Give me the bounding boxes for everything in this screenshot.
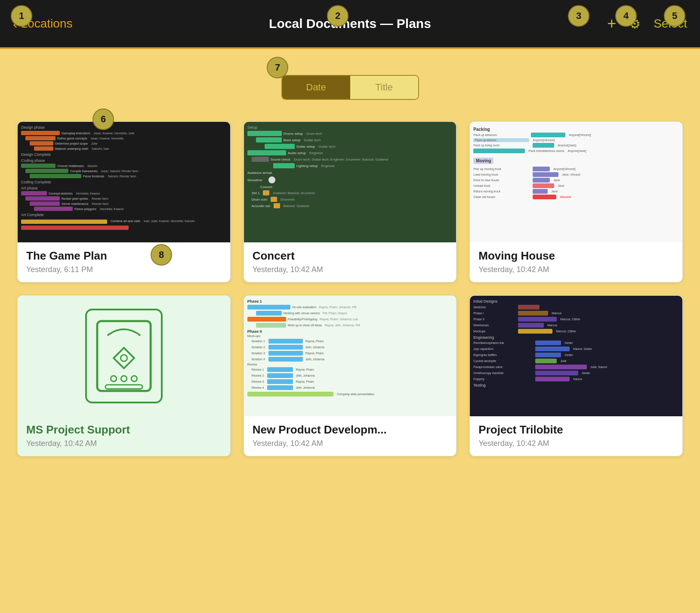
card-preview-new-product: Phase 1 On-site evaluation Rayna; Pham; …: [244, 296, 456, 416]
ms-project-icon: [94, 319, 154, 393]
card-date-moving-house: Yesterday, 10:42 AM: [478, 265, 674, 274]
svg-marker-1: [114, 348, 134, 368]
card-moving-house[interactable]: Packing Pack up bedroom Anyone[Vincent] …: [469, 121, 683, 282]
card-date-trilobite: Yesterday, 10:42 AM: [478, 439, 674, 448]
badge-4: 4: [615, 5, 637, 27]
card-concert[interactable]: Setup Drums setup Drum tech Bass setup G…: [244, 121, 457, 282]
card-title-ms-project: MS Project Support: [26, 423, 222, 437]
badge-5: 5: [664, 5, 685, 27]
svg-point-2: [120, 355, 127, 361]
badge-6: 6: [93, 108, 114, 130]
sort-bar-wrapper: 7 Date Title: [0, 49, 700, 113]
card-title-concert: Concert: [253, 249, 448, 263]
card-preview-ms-project: [18, 296, 230, 416]
add-button[interactable]: +: [607, 15, 616, 33]
header: 1 2 3 4 5 ‹ Locations Local Documents — …: [0, 0, 700, 47]
badge-3: 3: [568, 5, 589, 27]
card-preview-game-plan: Design phase Gameplay brainstormIsaac; K…: [18, 122, 230, 242]
card-date-game-plan: Yesterday, 6:11 PM: [26, 265, 222, 274]
card-title-game-plan: The Game Plan: [26, 249, 222, 263]
card-preview-moving-house: Packing Pack up bedroom Anyone[Vincent] …: [470, 122, 682, 242]
badge-1: 1: [11, 5, 32, 27]
card-trilobite[interactable]: Initial Designs Sketches Phase I Marcus …: [469, 295, 683, 456]
card-info-moving-house: Moving House Yesterday, 10:42 AM: [470, 242, 682, 282]
card-info-ms-project: MS Project Support Yesterday, 10:42 AM: [18, 416, 230, 456]
svg-point-4: [121, 376, 126, 381]
sort-title-button[interactable]: Title: [350, 76, 418, 99]
card-title-new-product: New Product Developm...: [253, 423, 448, 437]
card-date-new-product: Yesterday, 10:42 AM: [253, 439, 448, 448]
sort-date-button[interactable]: Date: [282, 76, 350, 99]
card-date-ms-project: Yesterday, 10:42 AM: [26, 439, 222, 448]
card-preview-concert: Setup Drums setup Drum tech Bass setup G…: [244, 122, 456, 242]
card-info-game-plan: The Game Plan Yesterday, 6:11 PM: [18, 242, 230, 282]
card-date-concert: Yesterday, 10:42 AM: [253, 265, 448, 274]
card-new-product[interactable]: Phase 1 On-site evaluation Rayna; Pham; …: [244, 295, 457, 456]
cards-grid: 6 8 Design phase Gameplay brainstormIsaa…: [0, 113, 700, 474]
card-game-plan[interactable]: Design phase Gameplay brainstormIsaac; K…: [17, 121, 231, 282]
svg-rect-0: [97, 321, 151, 391]
svg-rect-6: [105, 385, 142, 389]
sort-bar: Date Title: [281, 75, 419, 100]
card-info-new-product: New Product Developm... Yesterday, 10:42…: [244, 416, 456, 456]
badge-2: 2: [327, 5, 348, 27]
card-info-trilobite: Project Trilobite Yesterday, 10:42 AM: [470, 416, 682, 456]
card-ms-project[interactable]: MS Project Support Yesterday, 10:42 AM: [17, 295, 231, 456]
page-title: Local Documents — Plans: [269, 16, 431, 31]
card-preview-trilobite: Initial Designs Sketches Phase I Marcus …: [470, 296, 682, 416]
svg-point-5: [131, 376, 137, 381]
card-title-moving-house: Moving House: [478, 249, 674, 263]
svg-point-3: [111, 376, 116, 381]
badge-7: 7: [267, 57, 288, 78]
badge-8: 8: [151, 244, 172, 266]
card-info-concert: Concert Yesterday, 10:42 AM: [244, 242, 456, 282]
card-title-trilobite: Project Trilobite: [478, 423, 674, 437]
